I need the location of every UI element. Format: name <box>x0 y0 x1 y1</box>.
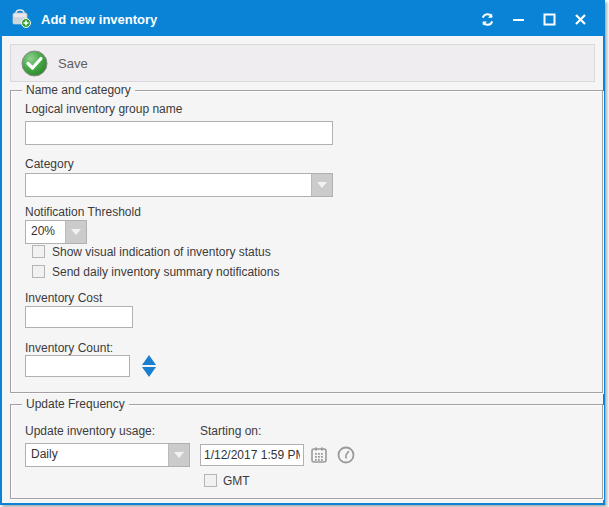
update-frequency-legend: Update Frequency <box>22 397 129 411</box>
gmt-label: GMT <box>223 474 250 488</box>
threshold-selected-value: 20% <box>26 221 65 243</box>
close-icon[interactable] <box>569 8 591 30</box>
daily-summary-label: Send daily inventory summary notificatio… <box>52 265 279 279</box>
window-controls <box>476 2 591 36</box>
toolbar: Save <box>10 44 595 82</box>
usage-select[interactable]: Daily <box>25 443 190 467</box>
save-button-label: Save <box>58 56 88 71</box>
usage-label: Update inventory usage: <box>25 424 155 438</box>
starting-on-input[interactable] <box>200 444 304 466</box>
name-category-legend: Name and category <box>22 83 135 97</box>
category-selected-value <box>26 174 311 196</box>
daily-summary-checkbox[interactable] <box>32 265 45 278</box>
threshold-label: Notification Threshold <box>25 205 141 219</box>
save-button[interactable]: Save <box>11 45 98 81</box>
name-category-group: Name and category Logical inventory grou… <box>10 90 603 393</box>
green-check-circle-icon <box>21 50 48 77</box>
category-dropdown-button[interactable] <box>311 174 332 196</box>
add-inventory-dialog: Add new inventory <box>0 0 605 505</box>
threshold-dropdown-button[interactable] <box>65 221 86 243</box>
chevron-down-icon <box>317 182 327 188</box>
maximize-icon[interactable] <box>538 8 560 30</box>
gmt-checkbox[interactable] <box>204 474 217 487</box>
spinner-up-icon[interactable] <box>142 355 156 365</box>
inventory-count-stepper[interactable] <box>142 354 156 378</box>
starting-on-label: Starting on: <box>200 424 261 438</box>
visual-indication-label: Show visual indication of inventory stat… <box>52 245 271 259</box>
threshold-select[interactable]: 20% <box>25 220 87 244</box>
window-title: Add new inventory <box>41 12 157 27</box>
inventory-count-label: Inventory Count: <box>25 341 113 355</box>
usage-dropdown-button[interactable] <box>168 444 189 466</box>
update-frequency-group: Update Frequency Update inventory usage:… <box>10 404 603 499</box>
chevron-down-icon <box>174 452 184 458</box>
inventory-cost-input[interactable] <box>25 306 133 328</box>
logical-name-input[interactable] <box>25 121 333 145</box>
minimize-icon[interactable] <box>507 8 529 30</box>
inventory-count-input[interactable] <box>25 355 130 377</box>
refresh-icon[interactable] <box>476 8 498 30</box>
usage-selected-value: Daily <box>26 444 168 466</box>
spinner-down-icon[interactable] <box>142 367 156 377</box>
category-select[interactable] <box>25 173 333 197</box>
logical-name-label: Logical inventory group name <box>25 102 182 116</box>
calendar-icon[interactable] <box>311 447 327 467</box>
inventory-add-icon <box>11 9 33 29</box>
clock-icon[interactable] <box>337 446 355 468</box>
title-bar: Add new inventory <box>2 2 603 36</box>
inventory-cost-label: Inventory Cost <box>25 291 102 305</box>
visual-indication-checkbox[interactable] <box>32 245 45 258</box>
chevron-down-icon <box>71 229 81 235</box>
category-label: Category <box>25 157 74 171</box>
